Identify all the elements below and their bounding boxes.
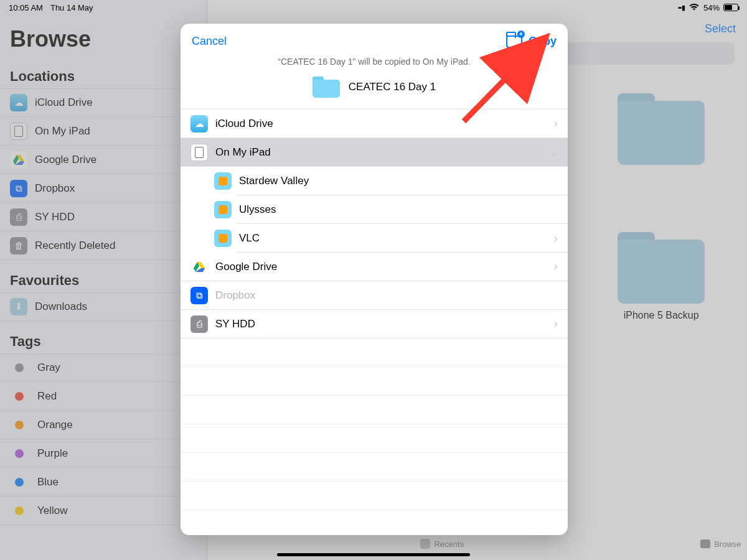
- destination-label: iCloud Drive: [215, 118, 273, 130]
- item-preview: CEATEC 16 Day 1: [181, 77, 568, 98]
- destination-on-my-ipad[interactable]: On My iPad⌄: [181, 138, 568, 167]
- destination-label: SY HDD: [215, 318, 255, 330]
- new-folder-icon[interactable]: [506, 35, 522, 48]
- status-bar-overlay: 10:05 AM Thu 14 May ▪▪▮ 54%: [0, 0, 747, 15]
- destination-label: VLC: [239, 232, 260, 245]
- copy-button[interactable]: Copy: [506, 35, 557, 48]
- copy-destination-subtitle: “CEATEC 16 Day 1” will be copied to On M…: [181, 57, 568, 67]
- empty-row: [181, 424, 568, 453]
- ipad-icon: [190, 144, 208, 161]
- empty-row: [181, 338, 568, 367]
- app-folder-icon: [214, 201, 232, 218]
- destination-google-drive[interactable]: Google Drive›: [181, 253, 568, 281]
- icloud-icon: ☁: [190, 115, 208, 133]
- destination-sy-hdd[interactable]: ⎙SY HDD›: [181, 310, 568, 338]
- empty-row: [181, 367, 568, 396]
- empty-row: [181, 453, 568, 482]
- destination-icloud-drive[interactable]: ☁iCloud Drive›: [181, 110, 568, 138]
- wifi-icon: [688, 2, 700, 12]
- destination-label: Dropbox: [215, 289, 255, 302]
- destination-label: Stardew Valley: [239, 175, 309, 187]
- google-drive-icon: [190, 258, 208, 276]
- destination-label: On My iPad: [215, 146, 271, 159]
- folder-icon: [312, 77, 340, 98]
- chevron-right-icon: ›: [554, 232, 558, 245]
- chevron-down-icon: ⌄: [548, 146, 558, 159]
- copy-destination-modal: Cancel Copy “CEATEC 16 Day 1” will be co…: [181, 24, 568, 535]
- home-indicator: [277, 553, 470, 556]
- destination-label: Google Drive: [215, 261, 277, 273]
- app-folder-icon: [214, 172, 232, 190]
- chevron-right-icon: ›: [554, 317, 558, 330]
- item-name: CEATEC 16 Day 1: [349, 81, 436, 93]
- empty-row: [181, 482, 568, 510]
- cancel-button[interactable]: Cancel: [192, 35, 227, 48]
- dropbox-icon: ⧉: [190, 287, 208, 304]
- chevron-right-icon: ›: [554, 260, 558, 273]
- usb-icon: ⎙: [190, 315, 208, 333]
- cellular-icon: ▪▪▮: [678, 4, 685, 12]
- destination-stardew-valley[interactable]: Stardew Valley: [181, 167, 568, 195]
- destination-ulysses[interactable]: Ulysses: [181, 195, 568, 224]
- destination-vlc[interactable]: VLC›: [181, 224, 568, 253]
- chevron-right-icon: ›: [554, 117, 558, 130]
- empty-row: [181, 396, 568, 424]
- destination-label: Ulysses: [239, 203, 276, 216]
- app-folder-icon: [214, 230, 232, 247]
- destination-dropbox: ⧉Dropbox: [181, 281, 568, 310]
